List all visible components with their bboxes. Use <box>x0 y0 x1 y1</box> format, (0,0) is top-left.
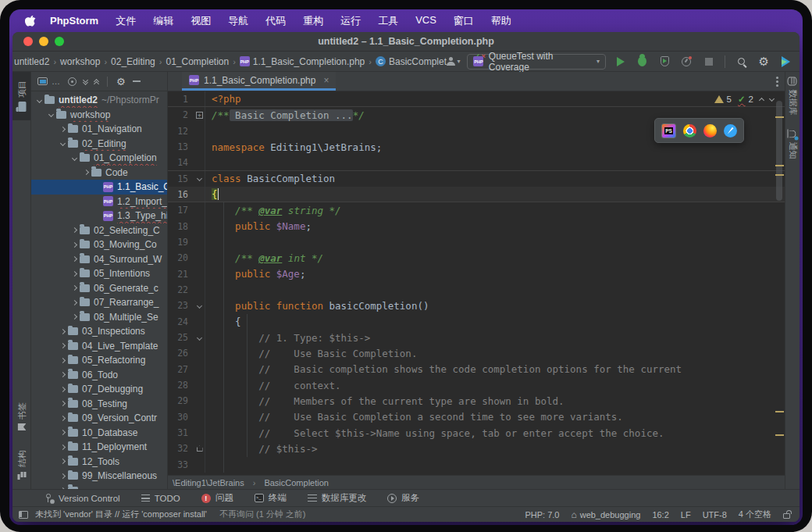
editor-tab-active[interactable]: PHP 1.1_Basic_Completion.php × <box>182 72 336 91</box>
stripe-mark[interactable] <box>775 174 784 176</box>
tree-row[interactable]: 04_Live_Template <box>31 339 167 354</box>
tool-window-button-问题[interactable]: !问题 <box>201 492 233 504</box>
stripe-mark[interactable] <box>775 116 784 118</box>
tree-expand-arrow[interactable] <box>58 402 68 405</box>
fold-collapse-icon[interactable] <box>197 303 202 309</box>
tree-expand-arrow[interactable] <box>58 359 68 362</box>
tree-row[interactable]: Code <box>31 166 167 180</box>
tree-expand-arrow[interactable] <box>58 416 68 420</box>
tree-row[interactable]: PHP1.2_Import_ <box>31 195 167 209</box>
tree-collapse-arrow[interactable] <box>58 141 68 145</box>
run-configuration-select[interactable]: ✓×PHP QueueTest with Coverage ▾ <box>467 54 606 70</box>
tree-row[interactable]: 02_Editing <box>31 137 167 152</box>
tree-expand-arrow[interactable] <box>58 127 68 131</box>
fold-expand-icon[interactable]: + <box>196 112 203 119</box>
code-line-29[interactable]: 29 // Members of the current type are sh… <box>168 393 785 409</box>
ide-features-button[interactable] <box>778 54 793 70</box>
profiler-button[interactable] <box>679 54 694 70</box>
stripe-mark[interactable] <box>775 411 784 412</box>
firefox-icon[interactable] <box>703 124 717 137</box>
code-line-14[interactable]: 14 <box>168 155 785 170</box>
indent-widget[interactable]: 4 个空格 <box>739 509 771 520</box>
fold-collapse-icon[interactable] <box>197 176 202 181</box>
panel-settings-button[interactable]: ⚙ <box>116 77 126 87</box>
inspection-widget[interactable]: 5 ✓ 2 <box>714 94 774 105</box>
tree-collapse-arrow[interactable] <box>46 112 56 116</box>
minimize-window-button[interactable] <box>39 37 48 46</box>
caret-position-widget[interactable]: 16:2 <box>652 510 668 520</box>
tree-row[interactable]: 08_Multiple_Se <box>31 310 167 325</box>
code-line-16[interactable]: 16{ <box>168 187 785 202</box>
tree-row[interactable]: 11_Deployment <box>31 440 167 455</box>
menu-item-运行[interactable]: 运行 <box>332 14 369 28</box>
code-line-1[interactable]: 1<?php <box>168 91 785 107</box>
phpstorm-browser-icon[interactable]: PS <box>661 123 676 138</box>
settings-button[interactable]: ⚙ <box>756 54 771 70</box>
code-line-23[interactable]: 23 public function basicCompletion() <box>168 298 785 313</box>
tree-expand-arrow[interactable] <box>69 243 80 247</box>
breadcrumb-item-untitled2[interactable]: untitled2 <box>14 56 49 67</box>
debug-button[interactable] <box>635 54 650 70</box>
menu-item-窗口[interactable]: 窗口 <box>445 14 483 28</box>
code-line-27[interactable]: 27 // Basic completion shows the code co… <box>168 362 785 377</box>
tree-expand-arrow[interactable] <box>69 301 80 305</box>
tree-collapse-arrow[interactable] <box>34 98 45 102</box>
tree-collapse-arrow[interactable] <box>69 156 80 160</box>
ellipsis-icon[interactable]: … <box>52 77 61 86</box>
tool-window-button-结构[interactable]: 结构 <box>12 441 30 489</box>
tree-expand-arrow[interactable] <box>58 459 68 463</box>
tree-row[interactable]: 12_Tools <box>31 455 167 470</box>
php-version-widget[interactable]: PHP: 7.0 <box>525 510 559 520</box>
deployment-widget[interactable]: ⌂ web_debugging <box>571 509 640 520</box>
tree-row[interactable]: 03_Inspections <box>31 324 167 339</box>
tree-row[interactable]: 02_Selecting_C <box>31 223 167 238</box>
tool-window-button-数据库更改[interactable]: 数据库更改 <box>308 492 367 504</box>
hide-panel-button[interactable] <box>133 80 141 82</box>
prev-problem-icon[interactable] <box>759 98 764 103</box>
code-line-20[interactable]: 20 /** @var int */ <box>168 250 785 266</box>
stripe-mark[interactable] <box>775 434 784 436</box>
tool-window-button-项目[interactable]: 项目 <box>12 72 30 120</box>
tree-row[interactable]: 09_Version_Contr <box>31 411 167 426</box>
tool-window-button-TODO[interactable]: TODO <box>141 494 180 503</box>
breadcrumb-item-workshop[interactable]: workshop <box>60 56 100 67</box>
status-dismiss-link[interactable]: 不再询问 (1 分钟 之前) <box>219 509 306 520</box>
menu-item-VCS[interactable]: VCS <box>407 14 445 28</box>
tree-expand-arrow[interactable] <box>58 387 68 391</box>
tree-row[interactable]: 08_Testing <box>31 397 167 412</box>
code-line-28[interactable]: 28 // context. <box>168 377 785 393</box>
encoding-widget[interactable]: UTF-8 <box>703 510 727 520</box>
code-line-31[interactable]: 31 // Select $this->Name using space, ta… <box>168 425 785 441</box>
tree-expand-arrow[interactable] <box>69 315 80 319</box>
tree-row[interactable]: 06_Todo <box>31 368 167 383</box>
code-editor[interactable]: 1<?php2+/** Basic Completion ...*/1213na… <box>168 91 785 475</box>
tree-expand-arrow[interactable] <box>69 272 80 276</box>
menu-item-文件[interactable]: 文件 <box>107 14 144 28</box>
code-line-15[interactable]: 15class BasicCompletion <box>168 171 785 187</box>
code-line-17[interactable]: 17 /** @var string */ <box>168 202 785 218</box>
tool-window-button-通知[interactable]: 通知 <box>785 120 800 169</box>
apple-icon[interactable] <box>25 15 37 27</box>
tree-expand-arrow[interactable] <box>69 286 80 290</box>
safari-icon[interactable] <box>724 124 737 137</box>
collapse-all-button[interactable] <box>94 77 98 86</box>
tab-options-icon[interactable] <box>776 80 778 83</box>
tree-row[interactable]: workshop <box>31 108 167 123</box>
breadcrumb-item-01_Completion[interactable]: 01_Completion <box>166 56 229 67</box>
menu-item-编辑[interactable]: 编辑 <box>144 14 182 28</box>
menu-item-代码[interactable]: 代码 <box>257 14 294 28</box>
zoom-window-button[interactable] <box>55 37 64 46</box>
tool-window-button-终端[interactable]: >_终端 <box>255 492 287 504</box>
menu-item-视图[interactable]: 视图 <box>182 14 219 28</box>
breadcrumb-item-1.1_Basic_Completion.php[interactable]: PHP1.1_Basic_Completion.php <box>240 56 365 67</box>
tree-row[interactable]: 07_Rearrange_ <box>31 295 167 310</box>
run-button[interactable] <box>613 54 628 70</box>
tree-row[interactable]: 05_Intentions <box>31 266 167 281</box>
tree-expand-arrow[interactable] <box>58 373 68 377</box>
menu-item-重构[interactable]: 重构 <box>294 14 332 28</box>
breadcrumb-item-BasicCompletion[interactable]: CBasicCompletion <box>376 56 447 67</box>
tree-row[interactable]: untitled2~/PhpstormPr <box>31 93 167 108</box>
tree-expand-arrow[interactable] <box>58 430 68 434</box>
code-line-25[interactable]: 25 // 1. Type: $this-> <box>168 330 785 345</box>
chrome-icon[interactable] <box>683 124 696 137</box>
